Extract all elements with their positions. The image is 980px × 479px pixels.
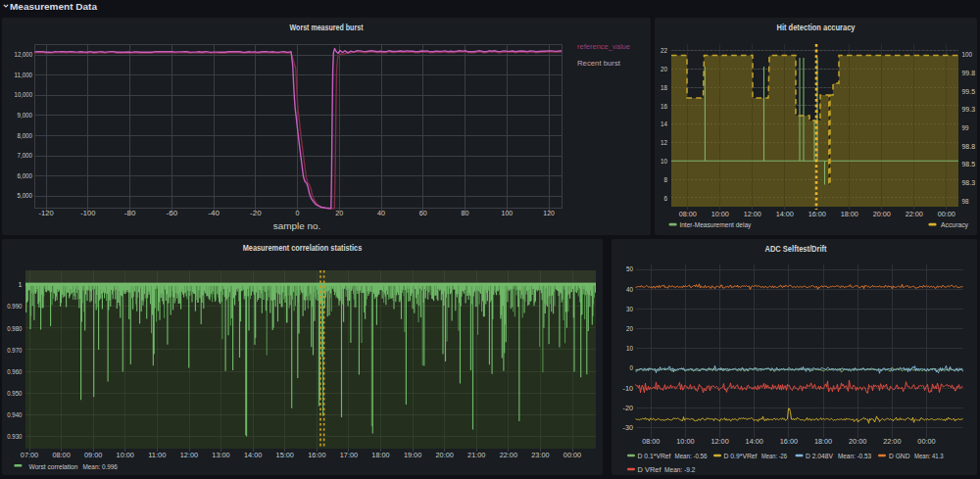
svg-text:Hit detection accuracy: Hit detection accuracy — [777, 23, 856, 32]
svg-text:0.980: 0.980 — [7, 325, 22, 332]
svg-text:0: 0 — [296, 210, 300, 216]
svg-text:14:00: 14:00 — [746, 438, 764, 445]
svg-text:Mean: 41.3: Mean: 41.3 — [914, 452, 944, 460]
svg-text:00:00: 00:00 — [938, 211, 956, 217]
svg-text:Mean: -26: Mean: -26 — [761, 452, 787, 460]
svg-text:09:00: 09:00 — [84, 452, 103, 458]
svg-text:20:00: 20:00 — [849, 438, 867, 445]
svg-text:0.990: 0.990 — [7, 303, 22, 310]
svg-text:17:00: 17:00 — [340, 452, 359, 458]
svg-text:Measurement Data: Measurement Data — [10, 2, 97, 12]
svg-text:12: 12 — [661, 139, 667, 146]
svg-text:7,000: 7,000 — [18, 152, 33, 159]
svg-text:98.5: 98.5 — [962, 161, 976, 168]
svg-text:-20: -20 — [623, 405, 634, 411]
svg-text:07:00: 07:00 — [21, 452, 39, 458]
svg-text:98.3: 98.3 — [962, 179, 976, 186]
svg-text:14:00: 14:00 — [776, 211, 795, 217]
svg-text:D 0.1*VRef: D 0.1*VRef — [638, 452, 672, 460]
svg-text:00:00: 00:00 — [564, 452, 582, 458]
svg-text:9,000: 9,000 — [18, 112, 33, 119]
svg-text:99.8: 99.8 — [962, 70, 976, 76]
svg-text:15:00: 15:00 — [276, 452, 295, 458]
svg-text:98.8: 98.8 — [962, 143, 976, 150]
svg-text:0: 0 — [630, 364, 634, 371]
svg-text:10:00: 10:00 — [117, 452, 135, 458]
svg-text:Accuracy: Accuracy — [941, 220, 968, 229]
svg-text:20:00: 20:00 — [873, 211, 892, 217]
svg-text:Worst correlation: Worst correlation — [29, 462, 78, 471]
svg-text:0.970: 0.970 — [7, 347, 22, 354]
svg-text:16:00: 16:00 — [808, 211, 827, 217]
svg-text:18: 18 — [661, 84, 667, 91]
svg-text:12,000: 12,000 — [15, 51, 33, 58]
svg-text:D 2.048V: D 2.048V — [806, 452, 834, 460]
svg-text:100: 100 — [962, 51, 973, 58]
svg-text:30: 30 — [626, 306, 633, 312]
svg-text:14: 14 — [661, 120, 667, 127]
svg-text:6,000: 6,000 — [18, 172, 33, 179]
svg-text:60: 60 — [419, 210, 427, 216]
svg-text:16:00: 16:00 — [308, 452, 326, 458]
svg-text:12:00: 12:00 — [180, 452, 199, 458]
svg-text:100: 100 — [502, 210, 514, 216]
svg-text:22:00: 22:00 — [500, 452, 518, 458]
svg-text:08:00: 08:00 — [642, 438, 661, 445]
svg-text:Recent burst: Recent burst — [577, 59, 621, 68]
svg-text:10,000: 10,000 — [15, 91, 33, 98]
svg-text:14:00: 14:00 — [244, 452, 263, 458]
svg-text:-40: -40 — [208, 210, 220, 216]
svg-text:120: 120 — [543, 210, 555, 216]
svg-text:21:00: 21:00 — [467, 452, 486, 458]
svg-text:98: 98 — [962, 198, 969, 205]
svg-text:19:00: 19:00 — [404, 452, 422, 458]
svg-text:18:00: 18:00 — [841, 211, 859, 217]
svg-text:40: 40 — [377, 210, 385, 216]
svg-text:20: 20 — [626, 325, 633, 332]
svg-text:10: 10 — [661, 158, 667, 165]
svg-text:08:00: 08:00 — [52, 452, 71, 458]
svg-text:-120: -120 — [39, 210, 54, 216]
svg-text:-100: -100 — [80, 210, 95, 216]
svg-text:Inter-Measurement delay: Inter-Measurement delay — [679, 220, 751, 229]
svg-text:Measurement correlation statis: Measurement correlation statistics — [243, 243, 363, 253]
svg-text:D 0.9*VRef: D 0.9*VRef — [724, 452, 759, 460]
svg-text:1: 1 — [19, 281, 23, 288]
svg-text:40: 40 — [626, 286, 633, 293]
svg-text:-30: -30 — [623, 424, 634, 431]
svg-text:99: 99 — [962, 124, 969, 131]
svg-text:Mean: 0.996: Mean: 0.996 — [83, 462, 118, 471]
svg-text:Mean: -0.56: Mean: -0.56 — [675, 452, 708, 460]
svg-text:16:00: 16:00 — [780, 438, 799, 445]
svg-text:99.3: 99.3 — [962, 106, 976, 113]
svg-text:22: 22 — [661, 47, 667, 54]
svg-text:0.940: 0.940 — [7, 411, 22, 418]
svg-text:00:00: 00:00 — [917, 438, 936, 445]
svg-text:0.930: 0.930 — [7, 433, 22, 440]
svg-text:20:00: 20:00 — [436, 452, 455, 458]
svg-text:08:00: 08:00 — [679, 211, 698, 217]
svg-text:Mean: -0.53: Mean: -0.53 — [838, 452, 871, 460]
svg-text:12:00: 12:00 — [710, 438, 729, 445]
svg-text:11,000: 11,000 — [15, 72, 33, 78]
svg-text:10:00: 10:00 — [676, 438, 695, 445]
svg-text:D GND: D GND — [889, 452, 910, 460]
svg-text:13:00: 13:00 — [212, 452, 230, 458]
svg-text:0.960: 0.960 — [7, 368, 22, 375]
svg-text:6: 6 — [664, 195, 668, 202]
svg-text:reference_value: reference_value — [577, 42, 630, 51]
svg-text:sample no.: sample no. — [273, 220, 321, 231]
svg-text:-20: -20 — [250, 210, 262, 216]
svg-text:18:00: 18:00 — [371, 452, 390, 458]
svg-text:10:00: 10:00 — [711, 211, 730, 217]
svg-text:ADC Selftest/Drift: ADC Selftest/Drift — [765, 244, 827, 254]
svg-text:D VRef: D VRef — [638, 465, 662, 474]
svg-text:10: 10 — [626, 345, 633, 352]
svg-text:22:00: 22:00 — [883, 438, 902, 445]
svg-text:8: 8 — [664, 176, 668, 183]
svg-text:-10: -10 — [623, 385, 634, 392]
svg-text:-80: -80 — [124, 210, 136, 216]
svg-text:-60: -60 — [167, 210, 178, 216]
svg-text:80: 80 — [462, 210, 469, 216]
svg-text:20: 20 — [661, 66, 667, 72]
